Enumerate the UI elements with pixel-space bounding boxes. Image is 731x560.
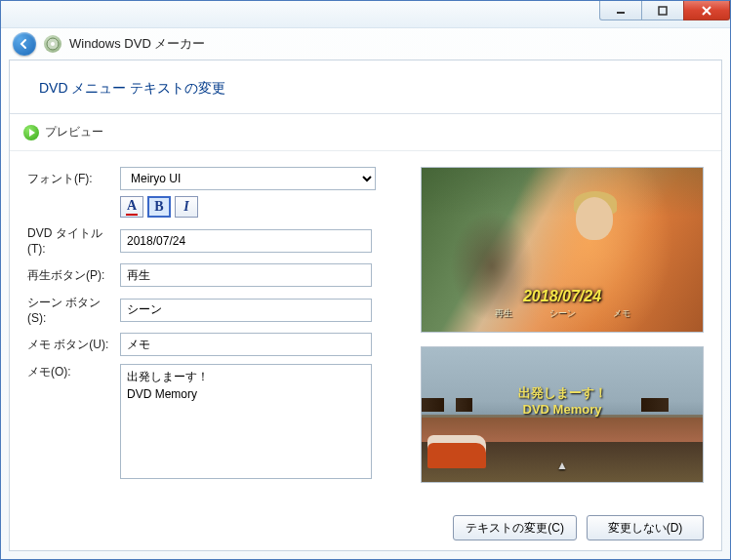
dont-change-button[interactable]: 変更しない(D) xyxy=(587,515,704,540)
form-area: フォント(F): Meiryo UI A B I DVD タイトル(T): 再生… xyxy=(10,151,721,505)
play-button-label: 再生ボタン(P): xyxy=(27,267,110,284)
minimize-icon xyxy=(615,6,627,16)
preview-column: 2018/07/24 再生 シーン メモ 出発し xyxy=(421,167,704,490)
preview-play-label: 再生 xyxy=(495,307,512,320)
notes-button-input[interactable] xyxy=(120,333,372,356)
font-label: フォント(F): xyxy=(27,171,110,187)
preview-up-arrow-icon: ▲ xyxy=(556,459,568,472)
svg-rect-1 xyxy=(659,7,667,15)
page-heading: DVD メニュー テキストの変更 xyxy=(10,60,721,114)
preview-notes-label: メモ xyxy=(613,307,630,320)
back-button[interactable] xyxy=(13,32,36,56)
bold-button[interactable]: B xyxy=(147,196,171,218)
minimize-button[interactable] xyxy=(599,1,642,20)
app-title: Windows DVD メーカー xyxy=(69,35,205,53)
maximize-button[interactable] xyxy=(641,1,684,20)
preview-scene-label: シーン xyxy=(549,307,576,320)
close-button[interactable] xyxy=(683,1,730,20)
close-icon xyxy=(701,6,712,16)
svg-rect-0 xyxy=(617,12,625,14)
notes-menu-preview: 出発しまーす！ DVD Memory ▲ xyxy=(421,346,704,483)
preview-notes-line2: DVD Memory xyxy=(422,402,703,419)
notes-button-label: メモ ボタン(U): xyxy=(27,337,110,353)
font-color-button[interactable]: A xyxy=(120,196,143,218)
app-icon xyxy=(44,35,61,53)
preview-link[interactable]: プレビュー xyxy=(10,114,721,151)
maximize-icon xyxy=(657,6,669,16)
dvd-title-label: DVD タイトル(T): xyxy=(27,225,110,256)
back-arrow-icon xyxy=(19,38,30,50)
font-select[interactable]: Meiryo UI xyxy=(120,167,376,190)
preview-link-label: プレビュー xyxy=(45,124,103,140)
footer: テキストの変更(C) 変更しない(D) xyxy=(10,505,721,550)
notes-textarea[interactable]: 出発しまーす！ DVD Memory xyxy=(120,364,372,479)
scene-button-label: シーン ボタン(S): xyxy=(27,295,110,325)
format-toolbar: A B I xyxy=(120,196,397,218)
italic-button[interactable]: I xyxy=(175,196,198,218)
main-menu-preview: 2018/07/24 再生 シーン メモ xyxy=(421,167,704,333)
notes-label: メモ(O): xyxy=(27,364,110,380)
play-button-input[interactable] xyxy=(120,263,372,287)
form-left: フォント(F): Meiryo UI A B I DVD タイトル(T): 再生… xyxy=(27,167,397,490)
header-bar: Windows DVD メーカー xyxy=(1,28,730,60)
preview-notes-line1: 出発しまーす！ xyxy=(422,385,703,402)
window-frame: Windows DVD メーカー DVD メニュー テキストの変更 プレビュー … xyxy=(0,0,731,560)
change-text-button[interactable]: テキストの変更(C) xyxy=(453,515,577,540)
play-icon xyxy=(23,125,39,140)
svg-point-3 xyxy=(51,42,55,46)
preview-title-text: 2018/07/24 xyxy=(422,288,703,305)
titlebar xyxy=(1,1,730,28)
dvd-title-input[interactable] xyxy=(120,229,372,253)
scene-button-input[interactable] xyxy=(120,299,372,322)
content-frame: DVD メニュー テキストの変更 プレビュー フォント(F): Meiryo U… xyxy=(9,60,722,551)
